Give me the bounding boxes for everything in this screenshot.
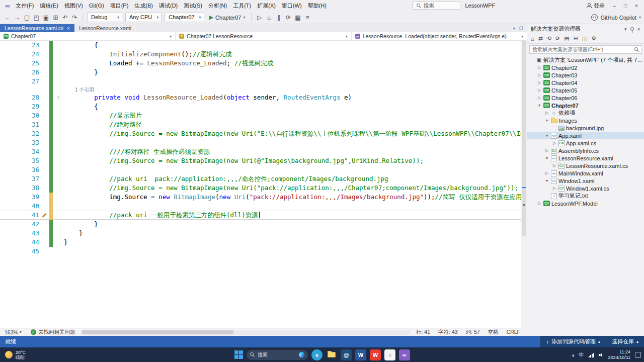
code-editor[interactable]: 23 {24 InitializeComponent();//逻辑树完成25 L… [0, 41, 527, 328]
browser-app-icon[interactable]: ○ [384, 349, 395, 360]
tree-item-background.jpg[interactable]: background.jpg [527, 124, 644, 132]
edge-icon[interactable]: e [311, 349, 323, 360]
menu-item-12[interactable]: 帮助(H) [305, 2, 330, 10]
pin-icon[interactable] [630, 27, 634, 31]
menu-item-10[interactable]: 扩展(X) [254, 2, 279, 10]
menu-item-3[interactable]: Git(G) [86, 2, 107, 10]
editor-vertical-scrollbar[interactable] [521, 41, 527, 328]
expander-icon[interactable]: ▾ [544, 133, 549, 138]
redo-icon[interactable]: ↷ [70, 14, 79, 21]
menu-item-0[interactable]: 文件(F) [13, 2, 37, 10]
tree-item-Window1.xaml.cs[interactable]: ▷C#Window1.xaml.cs [527, 185, 644, 192]
tree-item-Chapter02[interactable]: ▷C#Chapter02 [527, 64, 644, 71]
breadcrumb-member-dropdown[interactable]: ▭ LessonResource_Loaded(object sender, R… [352, 32, 527, 40]
switch-views-icon[interactable]: ⇄ [538, 35, 543, 42]
expander-icon[interactable]: ▷ [552, 163, 557, 168]
tree-item-App.xaml.cs[interactable]: ▷C#App.xaml.cs [527, 139, 644, 147]
sync-with-active-document-icon[interactable]: ⟲ [547, 35, 551, 42]
navigate-backward-icon[interactable]: ← [3, 14, 13, 21]
taskbar-search-box[interactable]: 搜索 [247, 350, 308, 360]
close-icon[interactable]: × [67, 26, 70, 31]
tree-item-学习笔记.txt[interactable]: ≡学习笔记.txt [527, 192, 644, 200]
menu-item-4[interactable]: 项目(P) [107, 2, 132, 10]
home-icon[interactable]: ⌂ [531, 36, 534, 42]
hot-reload-icon[interactable]: ♨ [264, 14, 274, 21]
expander-icon[interactable]: ▾ [544, 156, 549, 160]
outline-icon[interactable]: ≡ [302, 14, 312, 21]
tree-item-Chapter03[interactable]: ▷C#Chapter03 [527, 71, 644, 79]
menu-item-6[interactable]: 调试(D) [156, 2, 181, 10]
tree-item-Window1.xaml[interactable]: ▾</>Window1.xaml [527, 177, 644, 185]
expander-icon[interactable]: ▷ [537, 65, 542, 70]
breadcrumb-type-dropdown[interactable]: C Chapter07.LessonResource ▾ [176, 32, 351, 40]
windows-start-button[interactable] [234, 350, 243, 359]
clock[interactable]: 11:24 2024/10/11 [608, 349, 630, 360]
document-list-chevron-icon[interactable]: ▾ [513, 26, 515, 31]
collapse-all-icon[interactable]: ⊟ [574, 35, 578, 42]
tree-item-LessonResource.xaml[interactable]: ▾</>LessonResource.xaml [527, 154, 644, 162]
menu-item-2[interactable]: 视图(V) [61, 2, 86, 10]
menu-item-5[interactable]: 生成(B) [131, 2, 156, 10]
add-to-source-control-button[interactable]: ↑ 添加到源代码管理 ▴ [540, 336, 606, 347]
volume-icon[interactable] [599, 352, 604, 357]
tree-item-Chapter04[interactable]: ▷C#Chapter04 [527, 79, 644, 86]
attach-debugger-icon[interactable]: ▷ [255, 14, 264, 21]
solution-explorer-search[interactable]: 搜索解决方案资源管理器(Ctrl+;) [529, 45, 642, 54]
file-explorer-icon[interactable] [326, 349, 337, 360]
indentation-indicator[interactable]: 空格 [488, 329, 499, 336]
scrollbar-thumb[interactable] [522, 41, 526, 236]
editor-horizontal-scrollbar[interactable] [81, 330, 410, 335]
expander-icon[interactable]: ▷ [552, 141, 557, 145]
undo-icon[interactable]: ↶ [60, 14, 70, 21]
platform-dropdown[interactable]: Any CPU▾ [125, 13, 162, 22]
line-indicator[interactable]: 行: 41 [416, 329, 430, 336]
hidden-icons-chevron-icon[interactable]: ▴ [572, 352, 575, 357]
menu-item-1[interactable]: 编辑(E) [37, 2, 61, 10]
wps-icon[interactable]: W [370, 349, 381, 360]
save-icon[interactable]: ▣ [41, 14, 51, 21]
select-repository-button[interactable]: 选择仓库 ▴ [606, 336, 644, 347]
column-indicator[interactable]: 列: 57 [466, 329, 480, 336]
visual-studio-icon[interactable]: ∞ [399, 349, 410, 360]
float-window-icon[interactable]: ❐ [519, 26, 523, 31]
weather-widget[interactable]: 20°C 晴朗 [0, 347, 31, 362]
github-copilot-button[interactable]: GitHub Copilot ▾ [591, 14, 641, 21]
refresh-icon[interactable]: ⟳ [283, 14, 293, 21]
zoom-dropdown[interactable]: 163% ▾ [3, 329, 24, 335]
tree-item-AssemblyInfo.cs[interactable]: ▷C#AssemblyInfo.cs [527, 147, 644, 154]
mail-app-icon[interactable]: @ [341, 349, 352, 360]
start-debugging-button[interactable]: ▶ Chapter07 ▾ [206, 14, 249, 21]
expander-icon[interactable]: ▷ [544, 148, 549, 153]
scrollbar-thumb[interactable] [82, 330, 233, 334]
expander-icon[interactable]: ▷ [552, 186, 557, 191]
network-icon[interactable] [589, 352, 594, 357]
document-tab-LessonResource.xaml[interactable]: LessonResource.xaml [74, 24, 136, 32]
expander-icon[interactable]: ▷ [544, 171, 549, 175]
expander-icon[interactable]: ▾ [544, 178, 549, 183]
new-file-icon[interactable]: ▢ [22, 14, 32, 21]
save-all-icon[interactable]: ⊞ [51, 14, 60, 21]
quick-search-box[interactable]: 搜索 [412, 2, 460, 10]
tree-item-App.xaml[interactable]: ▾</>App.xaml [527, 132, 644, 139]
maximize-button[interactable]: □ [620, 3, 631, 9]
properties-icon[interactable]: ⚙ [591, 35, 596, 42]
input-method-indicator[interactable]: 中 [579, 351, 584, 358]
close-icon[interactable]: × [637, 26, 640, 32]
expander-icon[interactable]: ▷ [544, 111, 549, 115]
document-health-indicator[interactable]: ✓ 未找到相关问题 [31, 329, 75, 336]
tree-item-Chapter06[interactable]: ▷C#Chapter06 [527, 94, 644, 102]
refresh-icon[interactable]: ⟳ [555, 35, 560, 42]
menu-item-8[interactable]: 分析(N) [205, 2, 230, 10]
line-ending-indicator[interactable]: CRLF [507, 329, 520, 336]
word-icon[interactable]: W [355, 349, 366, 360]
tree-item-LessonWPF.Model[interactable]: ▷C#LessonWPF.Model [527, 200, 644, 207]
breadcrumb-project-dropdown[interactable]: C# Chapter07 ▾ [0, 32, 176, 40]
document-tab-LessonResource.xaml.cs[interactable]: LessonResource.xaml.cs× [0, 24, 74, 32]
expander-icon[interactable]: ▷ [537, 80, 542, 85]
expander-icon[interactable]: ▾ [544, 118, 549, 123]
tree-item-Chapter05[interactable]: ▷C#Chapter05 [527, 86, 644, 94]
menu-item-11[interactable]: 窗口(W) [279, 2, 305, 10]
configuration-dropdown[interactable]: Debug▾ [87, 13, 122, 22]
fold-margin[interactable]: ▿ [53, 93, 64, 102]
find-in-files-icon[interactable]: ▦ [293, 14, 302, 21]
